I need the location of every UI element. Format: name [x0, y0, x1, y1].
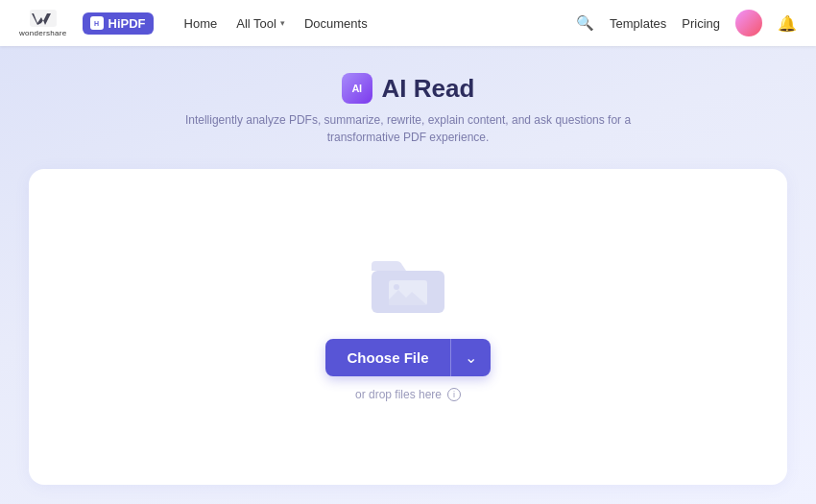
page-title-row: AI AI Read — [342, 73, 475, 104]
upload-card: Choose File ⌄ or drop files here i — [29, 169, 787, 485]
folder-icon-wrap — [370, 253, 446, 320]
info-icon[interactable]: i — [447, 388, 461, 401]
ai-badge-label: AI — [352, 83, 362, 94]
drop-text-row: or drop files here i — [355, 388, 461, 401]
chevron-down-icon: ▾ — [280, 18, 285, 28]
nav-templates[interactable]: Templates — [610, 16, 666, 31]
wondershare-logo[interactable]: wondershare — [19, 10, 67, 37]
drop-text: or drop files here — [355, 388, 442, 401]
svg-point-3 — [394, 284, 399, 290]
main-content: AI AI Read Intelligently analyze PDFs, s… — [0, 46, 816, 504]
nav-documents-label: Documents — [304, 16, 368, 31]
navbar: wondershare H HiPDF Home All Tool ▾ Docu… — [0, 0, 816, 46]
navbar-right: 🔍 Templates Pricing 🔔 — [576, 10, 797, 36]
folder-icon — [370, 253, 446, 316]
page-subtitle: Intelligently analyze PDFs, summarize, r… — [158, 111, 658, 146]
search-icon[interactable]: 🔍 — [576, 14, 594, 32]
nav-all-tool[interactable]: All Tool ▾ — [228, 12, 293, 35]
choose-file-button[interactable]: Choose File ⌄ — [325, 339, 490, 376]
bell-icon[interactable]: 🔔 — [778, 14, 797, 33]
page-title: AI Read — [382, 74, 475, 104]
nav-all-tool-label: All Tool — [236, 16, 276, 31]
hipdf-badge[interactable]: H HiPDF — [83, 12, 154, 35]
nav-pricing[interactable]: Pricing — [682, 16, 720, 31]
avatar[interactable] — [735, 10, 762, 36]
page-title-area: AI AI Read Intelligently analyze PDFs, s… — [158, 73, 658, 146]
navbar-left: wondershare H HiPDF Home All Tool ▾ Docu… — [19, 10, 375, 37]
hipdf-icon: H — [90, 16, 104, 30]
svg-rect-0 — [30, 10, 57, 27]
hipdf-label: HiPDF — [108, 16, 146, 31]
choose-file-label: Choose File — [325, 340, 449, 375]
nav-home[interactable]: Home — [177, 12, 226, 35]
nav-links: Home All Tool ▾ Documents — [177, 12, 375, 35]
chevron-down-icon[interactable]: ⌄ — [451, 339, 491, 376]
nav-home-label: Home — [184, 16, 218, 31]
wondershare-text: wondershare — [19, 29, 67, 37]
nav-documents[interactable]: Documents — [297, 12, 375, 35]
ai-badge-icon: AI — [342, 73, 372, 104]
